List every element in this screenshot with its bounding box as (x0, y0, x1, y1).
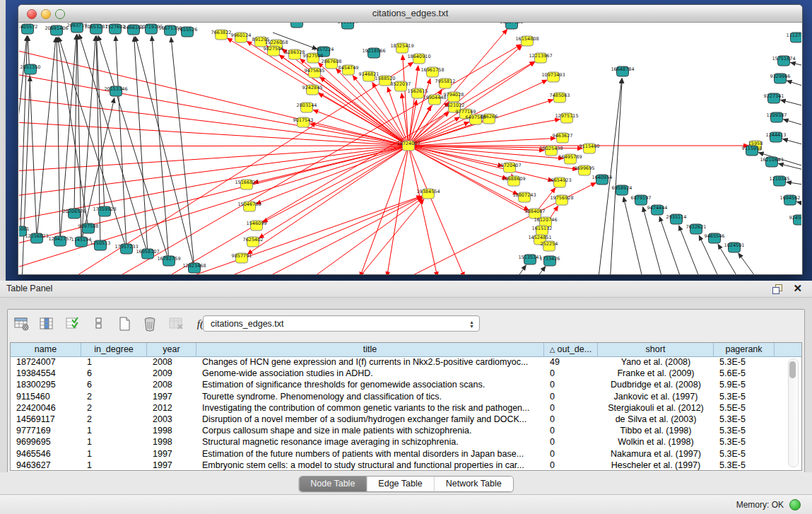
network-view-desktop: citations_edges.txt 14055722069140620937… (6, 0, 812, 281)
graph-edge[interactable] (98, 36, 169, 261)
graph-edge[interactable] (58, 37, 88, 228)
column-header-pagerank[interactable]: pagerank (714, 343, 775, 356)
graph-edge[interactable] (19, 96, 408, 146)
graph-edge[interactable] (22, 76, 30, 274)
graph-edge[interactable] (19, 122, 408, 146)
graph-edge[interactable] (787, 182, 801, 186)
network-canvas[interactable]: 1405572206914062093719106532871527602846… (19, 23, 801, 274)
table-row[interactable]: 977716911998Corpus callosum shape and si… (11, 425, 801, 436)
window-titlebar[interactable]: citations_edges.txt (18, 5, 802, 23)
table-row[interactable]: 1938455462009Genome-wide association stu… (11, 368, 801, 379)
graph-edge[interactable] (408, 146, 437, 274)
graph-node-label: 7955812 (435, 78, 456, 84)
cell-out_de: 49 (544, 356, 598, 368)
graph-edge[interactable] (783, 139, 801, 147)
cell-in_degree: 1 (81, 356, 147, 368)
table-row[interactable]: 1456911722003Disruption of a novel membe… (11, 414, 801, 425)
table-scrollbar[interactable] (788, 358, 799, 467)
graph-edge[interactable] (643, 207, 664, 274)
table-selector[interactable]: citations_edges.txt ▲▼ (203, 315, 480, 332)
cell-pagerank: 5.3E-5 (714, 436, 775, 448)
close-panel-icon[interactable]: ✕ (793, 282, 802, 295)
column-header-title[interactable]: title (196, 343, 544, 356)
graph-edge[interactable] (513, 265, 526, 274)
graph-edge[interactable] (408, 146, 464, 274)
delete-table-icon[interactable] (167, 314, 187, 335)
graph-edge[interactable] (171, 37, 194, 268)
cell-in_degree: 2 (81, 402, 147, 414)
graph-edge[interactable] (247, 146, 408, 254)
graph-edge[interactable] (387, 146, 408, 274)
graph-edge[interactable] (19, 146, 408, 198)
graph-edge[interactable] (532, 267, 546, 274)
cell-name: 19384554 (11, 368, 81, 379)
graph-edge[interactable] (408, 66, 418, 146)
cell-out_de: 0 (544, 391, 598, 402)
table-row[interactable]: 946362711997Embryonic stem cells: a mode… (11, 460, 801, 470)
graph-edge[interactable] (781, 100, 801, 108)
graph-edge[interactable] (19, 146, 408, 146)
table-row[interactable]: 969969511998Structural magnetic resonanc… (11, 436, 801, 448)
cell-pagerank: 5.6E-5 (714, 368, 775, 379)
graph-node-label: 9857791 (232, 253, 252, 259)
column-header-short[interactable]: short (598, 343, 714, 356)
table-row[interactable]: 911546021997Tourette syndrome. Phenomeno… (11, 391, 801, 402)
column-header-in_degree[interactable]: in_degree (81, 343, 147, 356)
graph-edge[interactable] (787, 81, 801, 89)
graph-edge[interactable] (408, 30, 507, 146)
table-settings-icon[interactable] (12, 314, 32, 335)
graph-edge[interactable] (57, 37, 60, 241)
graph-node-label: 9329966 (770, 74, 791, 79)
table-select-columns-icon[interactable] (64, 314, 83, 335)
cell-pagerank: 5.3E-5 (714, 414, 775, 425)
graph-edge[interactable] (134, 37, 148, 254)
graph-edge[interactable] (797, 201, 801, 206)
graph-edge[interactable] (79, 35, 148, 254)
graph-edge[interactable] (305, 198, 423, 274)
tab-node-table[interactable]: Node Table (299, 477, 367, 491)
citation-graph[interactable]: 1405572206914062093719106532871527602846… (19, 23, 801, 274)
graph-edge[interactable] (247, 41, 408, 146)
graph-node-label: 20691406 (45, 25, 68, 31)
graph-edge[interactable] (408, 146, 518, 194)
graph-edge[interactable] (784, 119, 801, 128)
row-pair-icon[interactable] (89, 314, 109, 335)
column-header-year[interactable]: year (147, 343, 196, 356)
table-row[interactable]: 2242004622012Investigating the contribut… (11, 402, 801, 414)
graph-edge[interactable] (408, 80, 547, 146)
cell-out_de: 0 (544, 379, 598, 390)
table-row[interactable]: 946554611997Estimation of the future num… (11, 448, 801, 460)
scrollbar-thumb[interactable] (789, 361, 796, 378)
graph-node-label: 7625402 (243, 237, 264, 243)
column-header-name[interactable]: name (11, 343, 81, 356)
graph-edge[interactable] (152, 36, 169, 261)
node-table: namein_degreeyeartitle△out_de...shortpag… (10, 342, 802, 471)
table-tabbar: Node TableEdge TableNetwork Table (0, 472, 812, 494)
graph-edge[interactable] (256, 146, 408, 204)
column-header-out_de[interactable]: △out_de... (544, 343, 598, 356)
cell-title: Corpus callosum shape and size in male p… (196, 425, 544, 436)
table-row[interactable]: 1830029562008Estimation of significance … (11, 379, 801, 390)
table-row[interactable]: 1872400712008Changes of HCN gene express… (11, 356, 801, 368)
graph-node-label: 7663822 (211, 30, 232, 35)
tab-network-table[interactable]: Network Table (435, 477, 513, 491)
graph-edge[interactable] (739, 253, 760, 274)
graph-edge[interactable] (255, 197, 422, 274)
graph-edge[interactable] (360, 146, 408, 274)
graph-edge[interactable] (623, 197, 644, 274)
tab-edge-table[interactable]: Edge Table (367, 477, 434, 491)
table-toolbar: f(x) citations_edges.txt ▲▼ (11, 313, 801, 339)
graph-edge[interactable] (19, 71, 408, 146)
graph-node-label: 12923468 (182, 263, 206, 269)
graph-edge[interactable] (791, 62, 801, 68)
graph-edge[interactable] (408, 146, 507, 179)
float-panel-icon[interactable] (772, 284, 782, 293)
table-columns-icon[interactable] (37, 314, 57, 335)
new-table-icon[interactable] (115, 314, 135, 335)
graph-edge[interactable] (372, 83, 408, 146)
graph-edge[interactable] (659, 216, 683, 274)
delete-rows-icon[interactable] (141, 314, 160, 335)
graph-edge[interactable] (116, 36, 126, 249)
graph-edge[interactable] (408, 146, 544, 151)
graph-node[interactable] (291, 23, 303, 28)
